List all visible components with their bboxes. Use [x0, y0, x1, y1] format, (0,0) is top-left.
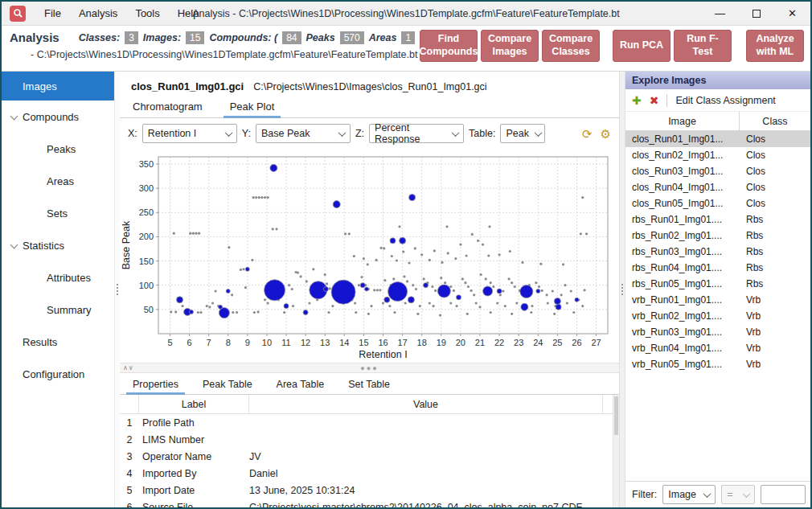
tab-set-table[interactable]: Set Table [347, 376, 392, 394]
sidebar-item-statistics[interactable]: Statistics [2, 229, 114, 261]
sidebar-item-compounds[interactable]: Compounds [2, 101, 114, 133]
menu-file[interactable]: File [35, 2, 70, 26]
list-item[interactable]: clos_Run03_Img01...Clos [625, 163, 810, 179]
image-name: vrb_Run02_Img01.... [632, 310, 740, 322]
list-item[interactable]: clos_Run02_Img01...Clos [625, 147, 810, 163]
panel-splitter[interactable] [619, 72, 625, 507]
sidebar-item-sets[interactable]: Sets [2, 197, 114, 229]
collapse-expand-icon[interactable]: ∧∨ [123, 364, 134, 371]
sidebar-item-peaks[interactable]: Peaks [2, 133, 114, 165]
table-row[interactable]: 4Imported ByDaniel [120, 465, 613, 482]
list-item[interactable]: clos_Run04_Img01...Clos [625, 179, 810, 195]
analyze-with-ml-button[interactable]: Analyze with ML [746, 30, 804, 62]
image-column-header[interactable]: Image [625, 112, 740, 130]
sidebar-item-results[interactable]: Results [2, 326, 114, 358]
list-item[interactable]: vrb_Run04_Img01....Vrb [625, 340, 810, 356]
filter-field-select[interactable]: Image [662, 485, 716, 504]
edit-class-assignment-button[interactable]: Edit Class Assignment [675, 95, 775, 106]
class-name: Rbs [740, 262, 810, 273]
sidebar-item-label: Images [23, 80, 57, 92]
run-pca-button[interactable]: Run PCA [613, 30, 671, 62]
view-tabs: ChromatogramPeak Plot [120, 94, 619, 118]
maximize-button[interactable] [738, 2, 774, 26]
menu-analysis[interactable]: Analysis [70, 2, 126, 26]
image-name: clos_Run05_Img01... [632, 198, 740, 209]
chevron-down-icon [534, 129, 542, 137]
table-row[interactable]: 2LIMS Number [120, 431, 613, 448]
image-name: rbs_Run03_Img01.... [632, 246, 740, 257]
sidebar-item-configuration[interactable]: Configuration [2, 358, 114, 390]
peak-plot-chart[interactable]: 5678910111213141516171819202122232425262… [120, 149, 619, 363]
image-name: clos_Run01_Img01... [632, 133, 740, 145]
sidebar-splitter[interactable] [114, 72, 120, 507]
list-item[interactable]: clos_Run01_Img01...Clos [625, 131, 810, 147]
image-name: vrb_Run04_Img01.... [632, 343, 740, 354]
analysis-stats: Classes:3Images:15Compounds: (84Peaks570… [76, 31, 448, 44]
sidebar-item-areas[interactable]: Areas [2, 165, 114, 197]
list-item[interactable]: rbs_Run04_Img01....Rbs [625, 260, 810, 276]
stat-badge: 3 [125, 31, 138, 44]
tab-peak-table[interactable]: Peak Table [201, 376, 254, 394]
table-select[interactable]: Peak [500, 124, 545, 143]
gear-icon[interactable]: ⚙ [601, 128, 611, 140]
filter-value-input[interactable] [761, 485, 806, 504]
class-name: Vrb [740, 326, 810, 338]
run-f-test-button[interactable]: Run F-Test [674, 30, 732, 62]
minimize-button[interactable]: — [702, 2, 738, 26]
svg-text:21: 21 [475, 338, 485, 347]
svg-text:23: 23 [514, 338, 523, 347]
y-axis-select[interactable]: Base Peak [256, 124, 351, 143]
refresh-icon[interactable]: ⟳ [582, 128, 593, 140]
list-item[interactable]: clos_Run05_Img01...Clos [625, 195, 810, 211]
sidebar-item-attributes[interactable]: Attributes [2, 261, 114, 293]
find-compounds-button[interactable]: Find Compounds [420, 30, 478, 62]
list-item[interactable]: rbs_Run02_Img01....Rbs [625, 228, 810, 244]
svg-text:100: 100 [139, 281, 154, 290]
remove-image-icon[interactable]: ✖ [650, 94, 659, 107]
close-button[interactable]: ✕ [774, 2, 810, 26]
svg-text:11: 11 [281, 338, 290, 347]
horizontal-splitter[interactable]: ∧∨ ●●● [120, 363, 619, 373]
property-value: C:\Projects\vesi-master\chroms2\20140226… [249, 502, 613, 508]
properties-scrollbar[interactable] [613, 395, 619, 507]
list-item[interactable]: vrb_Run05_Img01....Vrb [625, 356, 810, 372]
class-column-header[interactable]: Class [740, 112, 810, 130]
class-name: Rbs [740, 246, 810, 257]
z-axis-select[interactable]: Percent Response [369, 124, 464, 143]
list-item[interactable]: rbs_Run01_Img01....Rbs [625, 211, 810, 228]
list-item[interactable]: vrb_Run03_Img01....Vrb [625, 324, 810, 340]
add-image-icon[interactable]: ✚ [632, 94, 642, 107]
tab-peak-plot[interactable]: Peak Plot [228, 97, 277, 117]
table-row[interactable]: 1Profile Path [120, 414, 613, 431]
tab-area-table[interactable]: Area Table [275, 376, 326, 394]
list-item[interactable]: rbs_Run05_Img01....Rbs [625, 276, 810, 292]
compare-images-button[interactable]: Compare Images [481, 30, 539, 62]
table-row[interactable]: 6Source FileC:\Projects\vesi-master\chro… [120, 499, 613, 507]
svg-text:14: 14 [339, 338, 349, 347]
detail-tabs: PropertiesPeak TableArea TableSet Table [120, 373, 619, 395]
list-item[interactable]: vrb_Run02_Img01....Vrb [625, 308, 810, 324]
navigation-sidebar: ImagesCompoundsPeaksAreasSetsStatisticsA… [2, 72, 114, 507]
list-item[interactable]: vrb_Run01_Img01....Vrb [625, 292, 810, 308]
stat-badge: 84 [282, 31, 301, 44]
image-name: rbs_Run02_Img01.... [632, 230, 740, 241]
tab-properties[interactable]: Properties [131, 376, 180, 394]
stat-label: Images: [143, 32, 181, 43]
tab-chromatogram[interactable]: Chromatogram [131, 97, 204, 117]
menu-help[interactable]: Help [169, 2, 208, 26]
table-row[interactable]: 5Import Date13 June, 2025 10:31:24 [120, 482, 613, 499]
menu-tools[interactable]: Tools [126, 2, 168, 26]
filter-operator-select[interactable]: = [721, 485, 755, 504]
svg-text:7: 7 [207, 338, 211, 347]
svg-text:15: 15 [359, 338, 368, 347]
list-item[interactable]: rbs_Run03_Img01....Rbs [625, 244, 810, 260]
class-name: Clos [740, 150, 810, 161]
compare-classes-button[interactable]: Compare Classes [542, 30, 600, 62]
table-row[interactable]: 3Operator NameJV [120, 448, 613, 465]
class-name: Vrb [740, 310, 810, 322]
sidebar-item-images[interactable]: Images [2, 72, 114, 101]
x-axis-select[interactable]: Retention I [142, 124, 237, 143]
plot-controls: X: Retention I Y: Base Peak Z: Percent R… [120, 118, 619, 149]
sidebar-item-summary[interactable]: Summary [2, 293, 114, 326]
z-axis-label: Z: [355, 128, 364, 139]
